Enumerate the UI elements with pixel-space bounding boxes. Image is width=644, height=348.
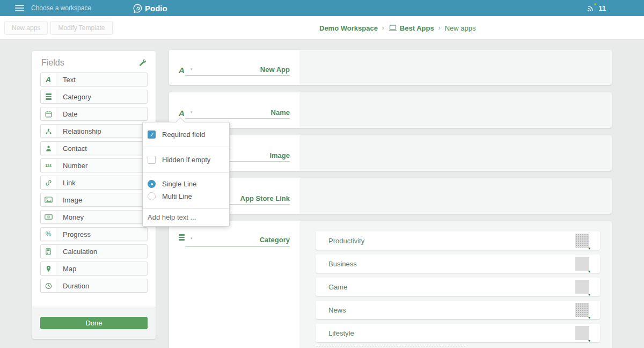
field-type-icon xyxy=(41,245,56,258)
field-type-label: Duration xyxy=(56,279,147,292)
hidden-label: Hidden if empty xyxy=(162,156,210,164)
field-type-label: Image xyxy=(56,193,147,206)
field-settings-popover: Required field Hidden if empty Single Li… xyxy=(142,122,230,227)
field-type-icon xyxy=(41,142,56,155)
field-type-icon xyxy=(41,176,56,189)
field-type-item[interactable]: Image xyxy=(40,193,148,207)
required-checkbox[interactable] xyxy=(148,130,156,139)
category-option-label: Lifestyle xyxy=(316,329,354,337)
field-type-item[interactable]: Duration xyxy=(40,279,148,293)
field-type-icon: A xyxy=(41,73,56,86)
breadcrumb-workspace[interactable]: Demo Workspace xyxy=(319,24,378,32)
text-field-icon[interactable]: A xyxy=(179,108,185,118)
field-type-label: Number xyxy=(56,159,147,172)
field-type-item[interactable]: Money xyxy=(40,210,148,224)
field-row-image: Image xyxy=(169,135,612,171)
swatch-caret-icon: ▾ xyxy=(588,315,590,320)
secondary-toolbar: New apps Modify Template Demo Workspace … xyxy=(0,16,644,40)
add-help-text-link[interactable]: Add help text ... xyxy=(143,209,229,226)
field-row-body: Productivity ▾ Business ▾ Game ▾ Ne xyxy=(299,221,612,348)
field-type-item[interactable]: Date xyxy=(40,107,148,121)
activity-stream-icon[interactable] xyxy=(587,4,595,12)
hidden-if-empty-option[interactable]: Hidden if empty xyxy=(143,147,229,172)
field-type-label: Contact xyxy=(56,142,147,155)
category-option-row[interactable]: Business ▾ xyxy=(316,255,600,273)
choose-workspace-button[interactable]: Choose a workspace xyxy=(31,4,91,12)
field-type-item[interactable]: Contact xyxy=(40,141,148,155)
workspace-icon xyxy=(389,25,397,32)
field-row-app-store-link: App Store Link xyxy=(169,178,612,214)
breadcrumb-app[interactable]: Best Apps xyxy=(400,24,434,32)
field-type-item[interactable]: Relationship xyxy=(40,124,148,138)
wrench-icon[interactable] xyxy=(139,59,147,67)
multi-line-option[interactable]: Multi Line xyxy=(143,192,229,200)
field-row-category: ▾ Category Productivity ▾ Business ▾ xyxy=(169,221,612,348)
modify-template-button[interactable]: Modify Template xyxy=(50,21,112,35)
field-type-label: Money xyxy=(56,211,147,223)
chevron-down-icon[interactable]: ▾ xyxy=(191,110,193,114)
field-type-item[interactable]: Map xyxy=(40,262,148,276)
field-type-label: Text xyxy=(56,73,147,86)
field-type-item[interactable]: % Progress xyxy=(40,227,148,241)
category-option-label: Business xyxy=(316,260,357,268)
breadcrumb-current: New apps xyxy=(445,24,476,32)
field-type-list: A Text Category Date Relationship Contac… xyxy=(32,72,156,293)
category-option-row[interactable]: News ▾ xyxy=(316,301,600,319)
field-type-icon xyxy=(41,279,56,292)
field-label[interactable]: New App xyxy=(260,66,290,74)
field-row-body xyxy=(299,178,612,214)
single-line-label: Single Line xyxy=(162,180,196,188)
field-type-icon xyxy=(41,211,56,223)
field-row-name: A ▾ Name xyxy=(169,92,612,128)
field-type-item[interactable]: Calculation xyxy=(40,244,148,258)
chevron-down-icon[interactable]: ▾ xyxy=(191,236,193,241)
color-swatch[interactable]: ▾ xyxy=(575,257,589,271)
category-option-label: News xyxy=(316,306,346,314)
field-type-icon: % xyxy=(41,228,56,241)
single-line-option[interactable]: Single Line xyxy=(143,180,229,188)
field-type-icon xyxy=(41,125,56,137)
field-type-item[interactable]: A Text xyxy=(40,73,148,86)
breadcrumb-separator: › xyxy=(382,24,384,32)
field-type-label: Progress xyxy=(56,228,147,241)
field-type-icon xyxy=(41,90,56,103)
field-type-icon xyxy=(41,262,56,275)
done-button[interactable]: Done xyxy=(40,317,148,329)
text-field-icon[interactable]: A xyxy=(179,66,185,75)
category-option-row[interactable]: Productivity ▾ xyxy=(316,231,600,250)
podio-logo[interactable]: Podio xyxy=(133,0,167,16)
category-option-row[interactable]: Game ▾ xyxy=(316,278,600,296)
color-swatch[interactable]: ▾ xyxy=(575,280,589,294)
field-row-body xyxy=(299,135,612,171)
category-option-list: Productivity ▾ Business ▾ Game ▾ Ne xyxy=(299,221,612,342)
color-swatch[interactable]: ▾ xyxy=(575,234,589,248)
swatch-caret-icon: ▾ xyxy=(588,292,590,297)
field-type-label: Map xyxy=(56,262,147,275)
field-type-item[interactable]: Category xyxy=(40,90,148,104)
single-line-radio[interactable] xyxy=(148,180,156,188)
color-swatch[interactable]: ▾ xyxy=(575,326,589,340)
fields-panel-title: Fields xyxy=(41,58,64,68)
field-type-item[interactable]: 123 Number xyxy=(40,158,148,172)
category-option-row[interactable]: Lifestyle ▾ xyxy=(316,324,600,342)
notification-count[interactable]: 11 xyxy=(598,4,606,12)
multi-line-radio[interactable] xyxy=(148,192,156,200)
color-swatch[interactable]: ▾ xyxy=(575,303,589,317)
hidden-checkbox[interactable] xyxy=(148,156,156,164)
category-field-icon[interactable] xyxy=(179,233,185,242)
field-label[interactable]: App Store Link xyxy=(240,194,290,202)
hamburger-menu-icon[interactable] xyxy=(15,5,24,11)
field-row-body xyxy=(299,92,612,128)
chevron-down-icon[interactable]: ▾ xyxy=(191,67,193,71)
required-field-option[interactable]: Required field xyxy=(143,122,229,147)
field-type-item[interactable]: Link xyxy=(40,176,148,190)
field-label[interactable]: Image xyxy=(269,151,290,160)
field-row-new-app: A ▾ New App xyxy=(169,50,612,85)
breadcrumb-separator: › xyxy=(438,24,441,32)
field-type-label: Calculation xyxy=(56,245,147,258)
new-apps-button[interactable]: New apps xyxy=(4,21,48,35)
field-label[interactable]: Category xyxy=(260,236,290,244)
fields-panel: Fields A Text Category Date Relationsh xyxy=(32,51,156,339)
category-option-label: Productivity xyxy=(316,237,364,245)
field-label[interactable]: Name xyxy=(271,108,290,117)
